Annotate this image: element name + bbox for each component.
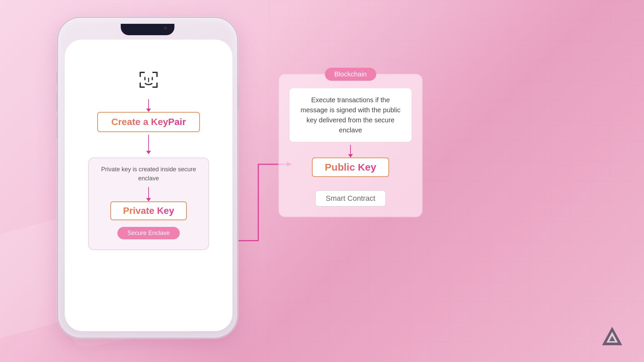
secure-enclave-area: Private key is created inside secure enc…	[88, 158, 209, 250]
arrow-face-id-to-keypair	[148, 99, 149, 109]
phone-volume-down-button	[56, 118, 58, 138]
phone-screen: Create a KeyPair Private key is created …	[65, 40, 232, 331]
blockchain-description-text: Execute transactions if the message is s…	[298, 95, 404, 135]
face-id-icon	[135, 66, 162, 93]
phone-content: Create a KeyPair Private key is created …	[65, 66, 232, 250]
private-key-box: Private Key	[110, 201, 187, 220]
phone-notch	[121, 24, 174, 35]
arrow-text-to-private-key	[148, 187, 149, 199]
phone-volume-up-button	[56, 92, 58, 112]
arrow-desc-to-public-key	[350, 145, 351, 155]
phone-mute-button	[56, 71, 58, 85]
smart-contract-box: Smart Contract	[315, 190, 386, 206]
phone-power-button	[237, 85, 239, 108]
private-key-label: Private Key	[123, 205, 174, 216]
smart-contract-label: Smart Contract	[326, 194, 375, 202]
blockchain-panel: Blockchain Execute transactions if the m…	[278, 74, 423, 217]
phone-camera-dot	[164, 26, 167, 30]
secure-enclave-badge: Secure Enclave	[117, 227, 180, 239]
blockchain-description-box: Execute transactions if the message is s…	[289, 88, 412, 142]
keypair-box: Create a KeyPair	[97, 112, 200, 132]
keypair-label: Create a KeyPair	[111, 117, 186, 127]
phone-body: Create a KeyPair Private key is created …	[57, 17, 238, 339]
public-key-box: Public Key	[312, 158, 389, 177]
phone-device: Create a KeyPair Private key is created …	[57, 17, 238, 345]
arrow-keypair-to-enclave	[148, 135, 149, 152]
blockchain-badge: Blockchain	[325, 68, 376, 81]
private-key-created-text: Private key is created inside secure enc…	[99, 165, 198, 183]
alchemy-logo	[600, 325, 624, 349]
public-key-label: Public Key	[325, 162, 376, 173]
